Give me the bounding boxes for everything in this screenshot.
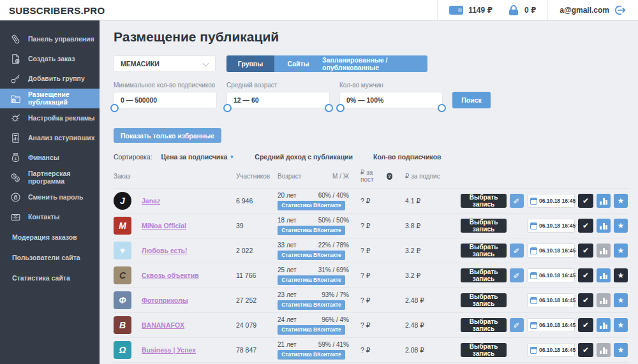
vk-stats-button[interactable]: Статистика ВКонтакте [278, 251, 345, 260]
slider-handle-right[interactable] [438, 104, 446, 112]
favorite-button[interactable]: ★ [614, 318, 628, 332]
sidebar-item-10[interactable]: Модерация заказов [0, 228, 100, 247]
tab-1[interactable]: Сайты [274, 55, 322, 72]
stats-button[interactable] [597, 293, 611, 307]
confirm-button[interactable]: ✔ [578, 244, 593, 258]
filter-group: Средний возраст 12 — 60 [226, 82, 330, 108]
edit-button[interactable]: ✎ [510, 244, 524, 258]
vk-stats-button[interactable]: Статистика ВКонтакте [278, 300, 345, 310]
schedule-datetime-input[interactable]: 06.10.18 16:45 [527, 293, 575, 307]
filter-range-input[interactable]: 0 — 500000 [114, 92, 217, 108]
sidebar-item-0[interactable]: Панель управления [0, 29, 100, 49]
schedule-datetime-input[interactable]: 06.10.18 16:45 [527, 268, 575, 282]
show-favorites-button[interactable]: Показать только избранные [114, 128, 221, 143]
favorite-button[interactable]: ★ [614, 268, 628, 282]
slider-handle-left[interactable] [223, 104, 232, 112]
sidebar-item-12[interactable]: Статистика сайта [0, 268, 100, 288]
star-icon: ★ [618, 321, 625, 330]
tab-2[interactable]: Запланированные / опубликованные [322, 55, 427, 72]
table-row: Ω Business | Успех 78 847 21 лет 59% / 4… [114, 338, 628, 363]
stats-button[interactable] [597, 219, 611, 233]
sidebar-item-1[interactable]: Создать заказ [0, 49, 100, 69]
stats-button[interactable] [597, 343, 611, 357]
select-post-button[interactable]: Выбрать запись [461, 194, 507, 208]
schedule-datetime-input[interactable]: 06.10.18 16:45 [527, 219, 575, 233]
favorite-button[interactable]: ★ [614, 343, 628, 357]
age-value: 20 лет [278, 192, 297, 199]
sidebar-item-6[interactable]: $ Финансы [0, 148, 100, 168]
slider-handle-left[interactable] [336, 104, 345, 112]
slider-handle-left[interactable] [110, 104, 119, 112]
group-name-link[interactable]: Любовь есть! [142, 247, 193, 254]
lock-icon [509, 5, 518, 15]
sort-option-1[interactable]: Средний доход с публикации▼ [255, 153, 353, 161]
favorite-button[interactable]: ★ [614, 244, 628, 258]
account-email[interactable]: a@gmail.com [560, 6, 609, 15]
stats-button[interactable] [597, 318, 611, 332]
sidebar-item-9[interactable]: Контакты [0, 207, 100, 227]
search-button[interactable]: Поиск [452, 92, 491, 108]
select-post-button[interactable]: Выбрать запись [461, 219, 507, 233]
group-name-link[interactable]: Janaz [142, 197, 165, 205]
sidebar-item-5[interactable]: Анализ вступивших [0, 128, 100, 148]
app-logo[interactable]: SUBSCRIBERS.PRO [9, 5, 105, 16]
vk-stats-button[interactable]: Статистика ВКонтакте [278, 201, 345, 210]
group-name-link[interactable]: Фотоприколы [142, 296, 193, 304]
edit-button[interactable]: ✎ [510, 268, 524, 282]
mf-ratio: 50% / 50% [318, 217, 349, 224]
table-row: M MiNoa Official 39 18 лет 50% / 50% Ста… [114, 214, 628, 238]
stats-button[interactable] [597, 194, 611, 208]
logout-icon[interactable] [614, 5, 627, 15]
confirm-button[interactable]: ✔ [578, 194, 593, 208]
analysis-icon [8, 132, 22, 145]
filter-range-input[interactable]: 0% — 100% [339, 92, 443, 108]
schedule-datetime-input[interactable]: 06.10.18 16:45 [527, 343, 575, 357]
stats-button[interactable] [597, 244, 611, 258]
slider-handle-right[interactable] [325, 104, 333, 112]
pencil-icon: ✎ [512, 322, 521, 328]
select-post-button[interactable]: Выбрать запись [461, 268, 507, 282]
sidebar-item-4[interactable]: Настройка рекламы [0, 108, 100, 128]
favorite-button[interactable]: ★ [614, 219, 628, 233]
select-post-button[interactable]: Выбрать запись [461, 293, 507, 307]
schedule-datetime-input[interactable]: 06.10.18 16:45 [527, 318, 575, 332]
sidebar-item-8[interactable]: Сменить пароль [0, 187, 100, 207]
sidebar-item-2[interactable]: Добавить группу [0, 69, 100, 89]
edit-button[interactable]: ✎ [510, 318, 524, 332]
price-per-post: ? ₽ [354, 222, 392, 229]
confirm-button[interactable]: ✔ [578, 343, 593, 357]
group-name-link[interactable]: MiNoa Official [142, 222, 191, 229]
confirm-button[interactable]: ✔ [578, 318, 593, 332]
schedule-datetime-input[interactable]: 06.10.18 16:45 [527, 244, 575, 258]
schedule-datetime-input[interactable]: 06.10.18 16:45 [527, 194, 575, 208]
group-name-link[interactable]: BANANAFOX [142, 321, 189, 329]
select-post-button[interactable]: Выбрать запись [461, 343, 507, 357]
vk-stats-button[interactable]: Статистика ВКонтакте [278, 325, 345, 335]
sort-option-0[interactable]: Цена за подписчика▼ [161, 153, 235, 161]
wallet-icon [449, 6, 463, 15]
favorite-button[interactable]: ★ [614, 293, 628, 307]
edit-button[interactable]: ✎ [510, 194, 524, 208]
confirm-button[interactable]: ✔ [578, 219, 593, 233]
filter-range-input[interactable]: 12 — 60 [226, 92, 330, 108]
select-post-button[interactable]: Выбрать запись [461, 244, 507, 258]
group-select[interactable]: МЕМАСИКИ [114, 55, 216, 72]
sidebar-item-7[interactable]: $$ Партнерская программа [0, 168, 100, 187]
price-per-post: ? ₽ [354, 197, 392, 205]
stats-button[interactable] [597, 268, 611, 282]
confirm-button[interactable]: ✔ [578, 293, 593, 307]
vk-stats-button[interactable]: Статистика ВКонтакте [278, 350, 345, 360]
group-name-link[interactable]: Сквозь объектив [142, 272, 204, 279]
sidebar-item-label: Контакты [28, 214, 60, 221]
vk-stats-button[interactable]: Статистика ВКонтакте [278, 275, 345, 285]
group-name-link[interactable]: Business | Успех [142, 346, 201, 354]
confirm-button[interactable]: ✔ [578, 268, 593, 282]
favorite-button[interactable]: ★ [614, 194, 628, 208]
vk-stats-button[interactable]: Статистика ВКонтакте [278, 226, 345, 235]
sort-option-2[interactable]: Кол-во подписчиков▼ [373, 153, 441, 161]
info-icon[interactable]: ? [387, 173, 392, 180]
sidebar-item-11[interactable]: Пользователи сайта [0, 248, 100, 268]
sidebar-item-3[interactable]: Размещение публикаций [0, 89, 100, 108]
select-post-button[interactable]: Выбрать запись [461, 318, 507, 332]
tab-0[interactable]: Группы [226, 55, 274, 72]
